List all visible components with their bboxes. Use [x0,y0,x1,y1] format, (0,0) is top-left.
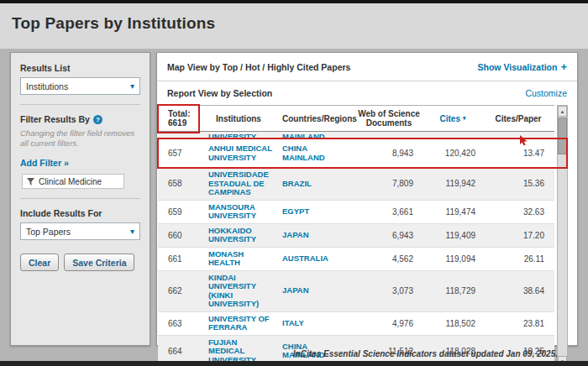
cites-cell: 118,729 [423,271,482,311]
institution-cell: MANSOURA UNIVERSITY [200,201,277,223]
column-header-documents[interactable]: Web of Science Documents [354,106,423,131]
cites-paper-cell: 17.20 [482,224,554,247]
rank-cell: 663 [158,312,200,335]
report-view-bar: Report View by Selection Customize [157,81,577,105]
dataset-update-note: InCites Essential Science Indicators dat… [293,349,558,358]
institution-cell: UNIVERSITY OF FERRARA [200,312,277,335]
country-link[interactable]: JAPAN [282,286,309,295]
cites-paper-cell: 26.11 [482,248,554,270]
table-row-partial: SHANDONG UNIVERSITY CHINA MAINLAND [158,132,554,139]
cites-cell: 118,502 [423,312,482,335]
filter-icon [27,178,34,186]
cites-cell: 119,094 [423,248,482,270]
institution-link[interactable]: SHANDONG UNIVERSITY [208,132,274,139]
institution-link[interactable]: KINDAI UNIVERSITY (KINKI UNIVERSITY) [208,274,274,309]
results-list-value: Institutions [26,81,68,92]
scroll-up-button[interactable]: ▲ [558,106,567,117]
cites-cell: 119,474 [423,201,482,223]
sidebar: Results List Institutions ▾ Filter Resul… [10,52,150,346]
show-visualization-label: Show Visualization [478,62,558,72]
country-link[interactable]: ITALY [282,319,304,328]
rank-cell: 661 [158,248,200,270]
institution-link[interactable]: ANHUI MEDICAL UNIVERSITY [208,144,274,162]
page-title: Top Papers by Institutions [0,3,588,33]
documents-cell: 7,809 [354,168,423,200]
institution-link[interactable]: UNIVERSITY OF FERRARA [208,315,274,332]
institution-link[interactable]: UNIVERSIDADE ESTADUAL DE CAMPINAS [208,170,274,197]
help-icon[interactable]: ? [93,115,102,124]
column-header-cites[interactable]: Cites ▾ [423,106,482,131]
applied-filter-chip[interactable]: Clinical Medicine [22,174,124,189]
clear-button[interactable]: Clear [20,254,59,271]
page-header: Top Papers by Institutions [0,3,588,49]
results-table: Total: 6619 Institutions Countries/Regio… [158,105,568,366]
institution-cell: KINDAI UNIVERSITY (KINKI UNIVERSITY) [200,271,277,311]
total-header-cell: Total: 6619 [158,106,200,131]
rank-cell: 658 [158,168,200,200]
country-cell: AUSTRALIA [277,248,354,270]
documents-cell: 8,943 [354,139,423,167]
filter-results-text: Filter Results By [20,114,90,124]
rank-cell: 660 [158,224,200,247]
country-cell: CHINA MAINLAND [277,139,354,167]
screen: Top Papers by Institutions Results List … [0,0,588,366]
rank-cell: 659 [158,201,200,223]
column-header-institutions[interactable]: Institutions [200,106,277,131]
sidebar-divider [20,104,140,105]
rank-cell: 657 [158,139,200,167]
cites-paper-cell: 13.47 [482,139,554,167]
customize-link[interactable]: Customize [525,88,567,98]
results-list-label: Results List [20,63,140,73]
documents-cell: 3,661 [354,201,423,223]
scrollbar-track[interactable] [558,117,567,356]
cites-cell: 119,409 [423,224,482,247]
institution-link[interactable]: MONASH HEALTH [208,250,274,268]
table-header: Total: 6619 Institutions Countries/Regio… [158,105,554,132]
institution-cell: ANHUI MEDICAL UNIVERSITY [200,139,277,167]
report-view-title: Report View by Selection [167,88,272,98]
window-bottom-edge [0,361,588,366]
institution-cell: MONASH HEALTH [200,248,277,270]
country-link[interactable]: BRAZIL [282,180,312,189]
country-link[interactable]: AUSTRALIA [282,254,328,264]
table-row: 662 KINDAI UNIVERSITY (KINKI UNIVERSITY)… [158,271,554,312]
country-link[interactable]: CHINA MAINLAND [282,132,334,139]
total-label: Total: [168,109,190,118]
include-results-value: Top Papers [26,227,71,237]
chevron-down-icon: ▾ [130,81,134,91]
table-row: 663 UNIVERSITY OF FERRARA ITALY 4,976 11… [158,312,554,336]
documents-cell: 3,073 [354,271,423,311]
sidebar-buttons: Clear Save Criteria [20,254,140,271]
save-criteria-button[interactable]: Save Criteria [64,254,134,271]
include-results-label: Include Results For [20,208,140,218]
arrow-up-icon: ▲ [560,109,565,114]
cites-cell: 120,420 [423,139,482,167]
filter-results-label: Filter Results By ? [20,114,140,124]
country-cell: CHINA MAINLAND [277,132,354,139]
column-header-cites-paper[interactable]: Cites/Paper [482,106,554,131]
plus-icon: + [560,60,567,73]
sort-desc-icon: ▾ [463,115,466,122]
add-filter-link[interactable]: Add Filter » [20,158,69,168]
country-link[interactable]: EGYPT [282,207,309,217]
cites-header-label: Cites [440,114,460,123]
institution-link[interactable]: MANSOURA UNIVERSITY [208,203,274,221]
table-row: 657 ANHUI MEDICAL UNIVERSITY CHINA MAINL… [158,139,554,168]
include-results-select[interactable]: Top Papers ▾ [20,222,140,240]
filter-note: Changing the filter field removes all cu… [20,128,139,148]
chevron-down-icon: ▾ [130,227,134,236]
institution-cell: SHANDONG UNIVERSITY [200,132,277,139]
country-cell: JAPAN [277,224,354,247]
rank-cell [158,132,200,139]
country-link[interactable]: CHINA MAINLAND [282,144,334,162]
cites-paper-cell: 38.64 [482,271,554,311]
results-list-select[interactable]: Institutions ▾ [20,77,140,95]
column-header-countries[interactable]: Countries/Regions [277,106,354,131]
show-visualization-link[interactable]: Show Visualization + [478,60,568,73]
scrollbar-thumb[interactable] [558,118,567,154]
table-scrollbar[interactable]: ▲ ▼ [557,105,568,366]
institution-link[interactable]: HOKKAIDO UNIVERSITY [208,227,274,244]
cites-paper-cell: 32.63 [482,201,554,223]
documents-cell: 4,562 [354,248,423,270]
country-link[interactable]: JAPAN [282,231,309,240]
